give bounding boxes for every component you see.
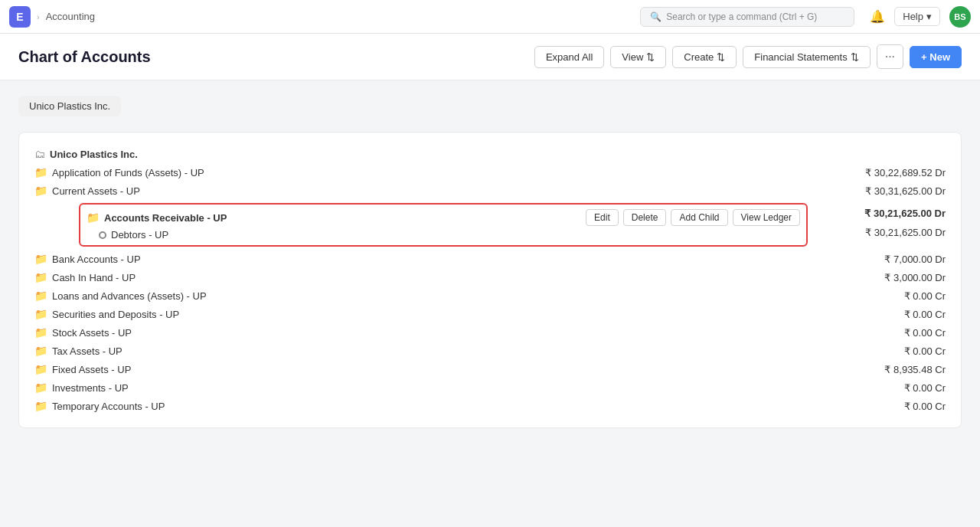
tree-node-label[interactable]: 🗂 Unico Plastics Inc. [34, 148, 946, 160]
folder-icon: 📁 [87, 211, 100, 224]
help-button[interactable]: Help ▾ [894, 7, 940, 26]
node-value: ₹ 0.00 Cr [904, 401, 946, 412]
tree-node-label[interactable]: 📁 Securities and Deposits - UP [34, 308, 904, 320]
tree-row: 📁 Loans and Advances (Assets) - UP ₹ 0.0… [34, 286, 946, 305]
node-name: Securities and Deposits - UP [52, 309, 179, 320]
node-value: ₹ 3,000.00 Dr [884, 272, 946, 283]
breadcrumb-separator: › [37, 12, 40, 21]
tree-row: 🗂 Unico Plastics Inc. [34, 145, 946, 163]
folder-icon: 🗂 [34, 148, 45, 160]
tree-row-ar: 📁 Accounts Receivable - UP Edit Delete A… [87, 209, 800, 226]
node-name: Unico Plastics Inc. [50, 149, 138, 160]
chevron-down-icon: ▾ [926, 11, 932, 22]
search-icon: 🔍 [650, 11, 662, 22]
node-name: Bank Accounts - UP [52, 254, 141, 265]
ar-value: ₹ 30,21,625.00 Dr [864, 208, 946, 219]
page-header: Chart of Accounts Expand All View ⇅ Crea… [0, 34, 980, 80]
tree-row: 📁 Stock Assets - UP ₹ 0.00 Cr [34, 323, 946, 342]
node-name: Investments - UP [52, 382, 129, 394]
topbar-actions: 🔔 Help ▾ BS [870, 6, 971, 28]
tree-row: 📁 Application of Funds (Assets) - UP ₹ 3… [34, 163, 946, 182]
tree-row: 📁 Bank Accounts - UP ₹ 7,000.00 Dr [34, 250, 946, 268]
breadcrumb-module[interactable]: Accounting [46, 11, 95, 22]
folder-icon: 📁 [34, 363, 47, 375]
app-logo[interactable]: E [9, 6, 31, 28]
tree-node-label[interactable]: 📁 Tax Assets - UP [34, 345, 904, 357]
edit-button[interactable]: Edit [586, 209, 619, 226]
chevron-down-icon: ⇅ [646, 51, 655, 63]
avatar[interactable]: BS [949, 6, 971, 28]
more-button[interactable]: ··· [877, 44, 903, 69]
folder-icon: 📁 [34, 185, 47, 197]
node-value: ₹ 30,31,625.00 Dr [865, 185, 946, 197]
node-name: Current Assets - UP [52, 185, 140, 197]
tree-node-label[interactable]: 📁 Fixed Assets - UP [34, 363, 884, 375]
node-value: ₹ 8,935.48 Cr [884, 364, 946, 375]
tree-row: 📁 Tax Assets - UP ₹ 0.00 Cr [34, 342, 946, 360]
folder-icon: 📁 [34, 253, 47, 265]
folder-icon: 📁 [34, 345, 47, 357]
node-value: ₹ 0.00 Cr [904, 327, 946, 339]
tree-row: 📁 Cash In Hand - UP ₹ 3,000.00 Dr [34, 268, 946, 286]
folder-icon: 📁 [34, 326, 47, 339]
ar-node-label[interactable]: 📁 Accounts Receivable - UP [87, 211, 580, 224]
delete-button[interactable]: Delete [623, 209, 667, 226]
expand-all-button[interactable]: Expand All [534, 46, 604, 68]
node-value: ₹ 30,22,689.52 Dr [865, 167, 946, 178]
financial-statements-button[interactable]: Financial Statements ⇅ [743, 46, 870, 68]
tree-node-label[interactable]: 📁 Application of Funds (Assets) - UP [34, 166, 865, 178]
chevron-down-icon: ⇅ [851, 51, 859, 63]
ar-node-name: Accounts Receivable - UP [104, 212, 227, 224]
debtors-node-name: Debtors - UP [111, 229, 168, 241]
tree-row: 📁 Securities and Deposits - UP ₹ 0.00 Cr [34, 305, 946, 323]
tree-row: 📁 Fixed Assets - UP ₹ 8,935.48 Cr [34, 360, 946, 378]
folder-icon: 📁 [34, 166, 47, 178]
notification-bell-icon[interactable]: 🔔 [870, 9, 885, 24]
node-name: Cash In Hand - UP [52, 272, 136, 283]
tree-node-label[interactable]: 📁 Loans and Advances (Assets) - UP [34, 290, 904, 302]
new-button[interactable]: + New [910, 46, 962, 68]
folder-icon: 📁 [34, 290, 47, 302]
account-tree: 🗂 Unico Plastics Inc. 📁 Application of F… [18, 132, 962, 428]
leaf-icon [99, 231, 106, 239]
context-actions: Edit Delete Add Child View Ledger [586, 209, 800, 226]
tree-node-label[interactable]: 📁 Investments - UP [34, 381, 904, 394]
view-button[interactable]: View ⇅ [610, 46, 666, 68]
tree-node-label[interactable]: 📁 Bank Accounts - UP [34, 253, 884, 265]
node-value: ₹ 0.00 Cr [904, 309, 946, 320]
tree-row: 📁 Current Assets - UP ₹ 30,31,625.00 Dr [34, 182, 946, 200]
node-name: Tax Assets - UP [52, 345, 122, 357]
topbar: E › Accounting 🔍 Search or type a comman… [0, 0, 980, 34]
folder-icon: 📁 [34, 308, 47, 320]
tree-node-label[interactable]: 📁 Stock Assets - UP [34, 326, 904, 339]
search-bar[interactable]: 🔍 Search or type a command (Ctrl + G) [640, 7, 854, 27]
node-name: Temporary Accounts - UP [52, 401, 165, 412]
node-value: ₹ 7,000.00 Dr [884, 254, 946, 265]
search-placeholder: Search or type a command (Ctrl + G) [666, 11, 817, 22]
view-ledger-button[interactable]: View Ledger [733, 209, 801, 226]
node-value: ₹ 0.00 Cr [904, 382, 946, 394]
node-value: ₹ 0.00 Cr [904, 345, 946, 357]
node-name: Fixed Assets - UP [52, 364, 131, 375]
add-child-button[interactable]: Add Child [671, 209, 727, 226]
chevron-down-icon: ⇅ [717, 51, 725, 63]
company-selector[interactable]: Unico Plastics Inc. [18, 96, 121, 116]
tree-node-label[interactable]: 📁 Cash In Hand - UP [34, 271, 884, 283]
company-name: Unico Plastics Inc. [29, 100, 110, 112]
create-button[interactable]: Create ⇅ [672, 46, 737, 68]
debtors-value: ₹ 30,21,625.00 Dr [865, 227, 946, 238]
accounts-receivable-group: 📁 Accounts Receivable - UP Edit Delete A… [79, 203, 808, 247]
main-content: Unico Plastics Inc. 🗂 Unico Plastics Inc… [0, 80, 980, 444]
tree-row: 📁 Investments - UP ₹ 0.00 Cr [34, 378, 946, 397]
tree-node-label[interactable]: 📁 Temporary Accounts - UP [34, 400, 904, 412]
node-value: ₹ 0.00 Cr [904, 290, 946, 302]
folder-icon: 📁 [34, 381, 47, 394]
node-name: Loans and Advances (Assets) - UP [52, 290, 207, 302]
folder-icon: 📁 [34, 271, 47, 283]
tree-row: 📁 Temporary Accounts - UP ₹ 0.00 Cr [34, 397, 946, 415]
tree-row-debtors: Debtors - UP [87, 229, 800, 241]
folder-icon: 📁 [34, 400, 47, 412]
node-name: Stock Assets - UP [52, 327, 132, 339]
tree-node-label[interactable]: 📁 Current Assets - UP [34, 185, 865, 197]
page-actions: Expand All View ⇅ Create ⇅ Financial Sta… [534, 44, 962, 69]
